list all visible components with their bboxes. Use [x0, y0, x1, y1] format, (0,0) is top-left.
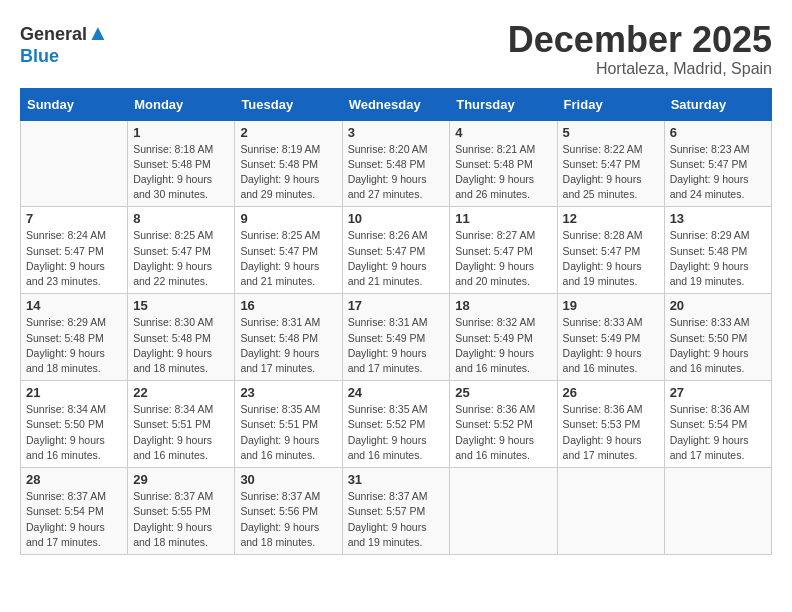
day-number: 9: [240, 211, 336, 226]
calendar-cell: 2Sunrise: 8:19 AMSunset: 5:48 PMDaylight…: [235, 120, 342, 207]
calendar-cell: 19Sunrise: 8:33 AMSunset: 5:49 PMDayligh…: [557, 294, 664, 381]
day-info: Sunrise: 8:33 AMSunset: 5:49 PMDaylight:…: [563, 315, 659, 376]
day-info: Sunrise: 8:36 AMSunset: 5:53 PMDaylight:…: [563, 402, 659, 463]
day-info: Sunrise: 8:35 AMSunset: 5:52 PMDaylight:…: [348, 402, 445, 463]
week-row-2: 7Sunrise: 8:24 AMSunset: 5:47 PMDaylight…: [21, 207, 772, 294]
calendar-cell: 14Sunrise: 8:29 AMSunset: 5:48 PMDayligh…: [21, 294, 128, 381]
day-number: 26: [563, 385, 659, 400]
day-number: 25: [455, 385, 551, 400]
location-subtitle: Hortaleza, Madrid, Spain: [508, 60, 772, 78]
day-number: 23: [240, 385, 336, 400]
day-number: 6: [670, 125, 766, 140]
calendar-cell: 9Sunrise: 8:25 AMSunset: 5:47 PMDaylight…: [235, 207, 342, 294]
calendar-cell: 15Sunrise: 8:30 AMSunset: 5:48 PMDayligh…: [128, 294, 235, 381]
day-number: 13: [670, 211, 766, 226]
day-number: 12: [563, 211, 659, 226]
day-number: 27: [670, 385, 766, 400]
day-number: 1: [133, 125, 229, 140]
weekday-header-friday: Friday: [557, 88, 664, 120]
day-info: Sunrise: 8:18 AMSunset: 5:48 PMDaylight:…: [133, 142, 229, 203]
day-info: Sunrise: 8:33 AMSunset: 5:50 PMDaylight:…: [670, 315, 766, 376]
calendar-cell: [664, 468, 771, 555]
day-info: Sunrise: 8:34 AMSunset: 5:50 PMDaylight:…: [26, 402, 122, 463]
calendar-cell: [557, 468, 664, 555]
calendar-cell: 17Sunrise: 8:31 AMSunset: 5:49 PMDayligh…: [342, 294, 450, 381]
calendar-cell: 31Sunrise: 8:37 AMSunset: 5:57 PMDayligh…: [342, 468, 450, 555]
day-number: 17: [348, 298, 445, 313]
day-number: 3: [348, 125, 445, 140]
day-info: Sunrise: 8:36 AMSunset: 5:52 PMDaylight:…: [455, 402, 551, 463]
day-info: Sunrise: 8:21 AMSunset: 5:48 PMDaylight:…: [455, 142, 551, 203]
calendar-cell: 3Sunrise: 8:20 AMSunset: 5:48 PMDaylight…: [342, 120, 450, 207]
day-info: Sunrise: 8:29 AMSunset: 5:48 PMDaylight:…: [26, 315, 122, 376]
calendar-cell: 6Sunrise: 8:23 AMSunset: 5:47 PMDaylight…: [664, 120, 771, 207]
week-row-5: 28Sunrise: 8:37 AMSunset: 5:54 PMDayligh…: [21, 468, 772, 555]
calendar-cell: 7Sunrise: 8:24 AMSunset: 5:47 PMDaylight…: [21, 207, 128, 294]
day-number: 16: [240, 298, 336, 313]
day-info: Sunrise: 8:25 AMSunset: 5:47 PMDaylight:…: [240, 228, 336, 289]
calendar-cell: 20Sunrise: 8:33 AMSunset: 5:50 PMDayligh…: [664, 294, 771, 381]
day-number: 20: [670, 298, 766, 313]
calendar-cell: 4Sunrise: 8:21 AMSunset: 5:48 PMDaylight…: [450, 120, 557, 207]
day-info: Sunrise: 8:20 AMSunset: 5:48 PMDaylight:…: [348, 142, 445, 203]
calendar-cell: 22Sunrise: 8:34 AMSunset: 5:51 PMDayligh…: [128, 381, 235, 468]
logo: General▲ Blue: [20, 20, 109, 67]
day-info: Sunrise: 8:28 AMSunset: 5:47 PMDaylight:…: [563, 228, 659, 289]
calendar-cell: 29Sunrise: 8:37 AMSunset: 5:55 PMDayligh…: [128, 468, 235, 555]
month-title: December 2025: [508, 20, 772, 60]
day-number: 22: [133, 385, 229, 400]
page-header: General▲ Blue December 2025 Hortaleza, M…: [20, 20, 772, 78]
day-number: 14: [26, 298, 122, 313]
calendar-cell: 5Sunrise: 8:22 AMSunset: 5:47 PMDaylight…: [557, 120, 664, 207]
day-info: Sunrise: 8:36 AMSunset: 5:54 PMDaylight:…: [670, 402, 766, 463]
day-info: Sunrise: 8:25 AMSunset: 5:47 PMDaylight:…: [133, 228, 229, 289]
weekday-header-monday: Monday: [128, 88, 235, 120]
day-number: 15: [133, 298, 229, 313]
day-info: Sunrise: 8:24 AMSunset: 5:47 PMDaylight:…: [26, 228, 122, 289]
weekday-header-tuesday: Tuesday: [235, 88, 342, 120]
weekday-header-thursday: Thursday: [450, 88, 557, 120]
calendar-cell: 1Sunrise: 8:18 AMSunset: 5:48 PMDaylight…: [128, 120, 235, 207]
day-info: Sunrise: 8:30 AMSunset: 5:48 PMDaylight:…: [133, 315, 229, 376]
weekday-header-sunday: Sunday: [21, 88, 128, 120]
day-number: 28: [26, 472, 122, 487]
weekday-header-saturday: Saturday: [664, 88, 771, 120]
calendar-cell: 16Sunrise: 8:31 AMSunset: 5:48 PMDayligh…: [235, 294, 342, 381]
calendar-cell: 13Sunrise: 8:29 AMSunset: 5:48 PMDayligh…: [664, 207, 771, 294]
calendar-cell: 25Sunrise: 8:36 AMSunset: 5:52 PMDayligh…: [450, 381, 557, 468]
calendar-cell: 8Sunrise: 8:25 AMSunset: 5:47 PMDaylight…: [128, 207, 235, 294]
calendar-cell: 12Sunrise: 8:28 AMSunset: 5:47 PMDayligh…: [557, 207, 664, 294]
calendar-cell: [450, 468, 557, 555]
calendar-cell: 18Sunrise: 8:32 AMSunset: 5:49 PMDayligh…: [450, 294, 557, 381]
logo-blue: Blue: [20, 46, 59, 66]
calendar-cell: 11Sunrise: 8:27 AMSunset: 5:47 PMDayligh…: [450, 207, 557, 294]
day-info: Sunrise: 8:37 AMSunset: 5:56 PMDaylight:…: [240, 489, 336, 550]
day-number: 8: [133, 211, 229, 226]
day-number: 30: [240, 472, 336, 487]
weekday-header-wednesday: Wednesday: [342, 88, 450, 120]
day-info: Sunrise: 8:31 AMSunset: 5:49 PMDaylight:…: [348, 315, 445, 376]
day-number: 7: [26, 211, 122, 226]
week-row-3: 14Sunrise: 8:29 AMSunset: 5:48 PMDayligh…: [21, 294, 772, 381]
calendar-cell: 21Sunrise: 8:34 AMSunset: 5:50 PMDayligh…: [21, 381, 128, 468]
day-info: Sunrise: 8:31 AMSunset: 5:48 PMDaylight:…: [240, 315, 336, 376]
day-info: Sunrise: 8:35 AMSunset: 5:51 PMDaylight:…: [240, 402, 336, 463]
title-area: December 2025 Hortaleza, Madrid, Spain: [508, 20, 772, 78]
day-info: Sunrise: 8:37 AMSunset: 5:54 PMDaylight:…: [26, 489, 122, 550]
day-info: Sunrise: 8:37 AMSunset: 5:57 PMDaylight:…: [348, 489, 445, 550]
day-info: Sunrise: 8:29 AMSunset: 5:48 PMDaylight:…: [670, 228, 766, 289]
day-info: Sunrise: 8:34 AMSunset: 5:51 PMDaylight:…: [133, 402, 229, 463]
day-number: 4: [455, 125, 551, 140]
calendar-cell: 30Sunrise: 8:37 AMSunset: 5:56 PMDayligh…: [235, 468, 342, 555]
day-number: 29: [133, 472, 229, 487]
day-info: Sunrise: 8:27 AMSunset: 5:47 PMDaylight:…: [455, 228, 551, 289]
logo-general: General: [20, 24, 87, 44]
day-info: Sunrise: 8:32 AMSunset: 5:49 PMDaylight:…: [455, 315, 551, 376]
day-number: 19: [563, 298, 659, 313]
day-info: Sunrise: 8:23 AMSunset: 5:47 PMDaylight:…: [670, 142, 766, 203]
calendar-cell: 24Sunrise: 8:35 AMSunset: 5:52 PMDayligh…: [342, 381, 450, 468]
week-row-1: 1Sunrise: 8:18 AMSunset: 5:48 PMDaylight…: [21, 120, 772, 207]
day-number: 24: [348, 385, 445, 400]
calendar-cell: 28Sunrise: 8:37 AMSunset: 5:54 PMDayligh…: [21, 468, 128, 555]
day-number: 10: [348, 211, 445, 226]
